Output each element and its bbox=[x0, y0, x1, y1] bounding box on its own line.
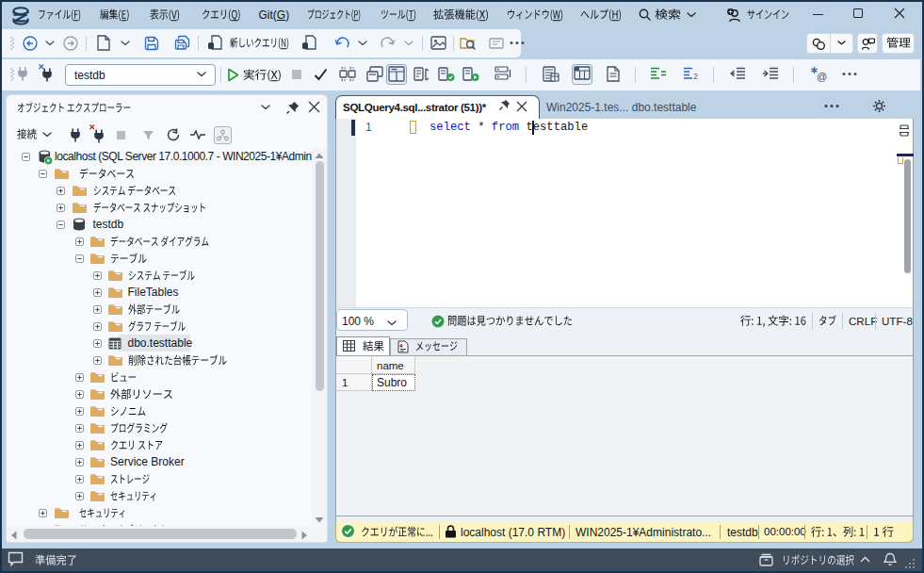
svg-text:@: @ bbox=[817, 71, 827, 82]
svg-text:2: 2 bbox=[693, 72, 698, 81]
